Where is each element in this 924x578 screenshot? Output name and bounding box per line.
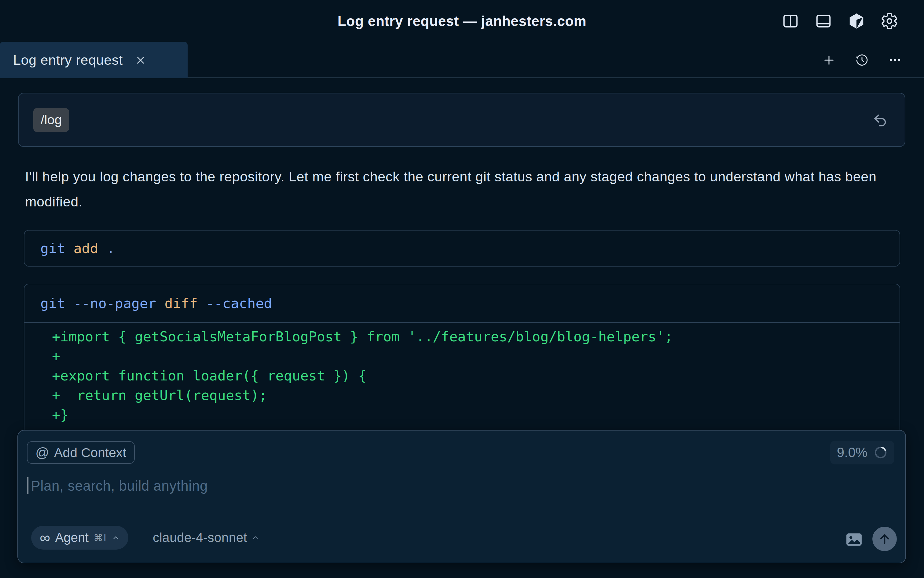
titlebar: Log entry request — janhesters.com xyxy=(0,0,924,42)
tab-actions xyxy=(822,42,902,78)
composer: @ Add Context 9.0% Plan, search, build a… xyxy=(18,430,906,563)
add-context-button[interactable]: @ Add Context xyxy=(27,441,135,464)
image-icon[interactable] xyxy=(846,533,862,547)
cursor-chat-window: Log entry request — janhesters.com xyxy=(0,0,924,578)
send-button[interactable] xyxy=(872,527,897,551)
user-message-box: /log xyxy=(18,93,905,147)
context-usage-percent: 9.0% xyxy=(837,445,867,460)
tab-log-entry-request[interactable]: Log entry request xyxy=(0,42,188,78)
mode-shortcut: ⌘I xyxy=(93,532,107,544)
context-usage: 9.0% xyxy=(830,441,895,464)
assistant-message: I'll help you log changes to the reposit… xyxy=(25,164,884,214)
close-icon[interactable] xyxy=(135,54,146,66)
slash-command-chip: /log xyxy=(33,108,69,132)
chevron-up-icon xyxy=(112,534,120,542)
more-icon[interactable] xyxy=(888,53,902,67)
panel-bottom-icon[interactable] xyxy=(815,12,832,30)
mode-selector[interactable]: ∞ Agent ⌘I xyxy=(31,526,129,550)
model-selector[interactable]: claude-4-sonnet xyxy=(153,526,259,550)
add-context-label: Add Context xyxy=(54,445,127,460)
infinity-icon: ∞ xyxy=(40,530,50,545)
history-icon[interactable] xyxy=(855,53,869,67)
send-arrow-up-icon xyxy=(878,532,891,546)
command-2-code: git --no-pager diff --cached xyxy=(24,284,900,323)
tab-bar: Log entry request xyxy=(0,42,924,78)
undo-icon[interactable] xyxy=(872,112,888,128)
command-1-code: git add . xyxy=(24,231,900,266)
code-block-git-add: git add . xyxy=(24,230,900,266)
context-usage-ring-icon xyxy=(874,445,888,459)
mode-label: Agent xyxy=(55,530,89,545)
new-chat-icon[interactable] xyxy=(822,53,836,67)
titlebar-icons xyxy=(782,0,898,42)
text-cursor xyxy=(28,477,28,494)
tab-label: Log entry request xyxy=(13,52,123,68)
input-placeholder: Plan, search, build anything xyxy=(31,477,208,494)
cube-icon[interactable] xyxy=(848,12,865,30)
chevron-up-icon xyxy=(252,534,259,542)
model-label: claude-4-sonnet xyxy=(153,530,247,545)
at-icon: @ xyxy=(36,445,49,460)
diff-output: +import { getSocialsMetaForBlogPost } fr… xyxy=(24,323,900,444)
prompt-input[interactable]: Plan, search, build anything xyxy=(28,476,208,495)
split-columns-icon[interactable] xyxy=(782,12,799,30)
gear-icon[interactable] xyxy=(881,12,898,30)
